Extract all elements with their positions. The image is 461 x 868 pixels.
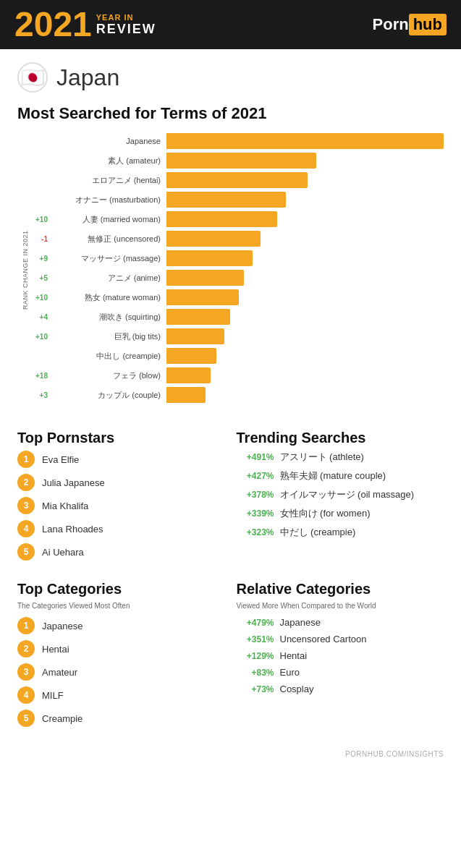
list-item: +479%Japanese bbox=[237, 617, 444, 628]
bar-fill bbox=[166, 367, 211, 383]
list-item: 5Ai Uehara bbox=[17, 543, 225, 561]
bar-row: ·中出し (creampie) bbox=[29, 348, 444, 364]
relative-pct: +73% bbox=[237, 684, 274, 694]
rank-badge: 5 bbox=[17, 710, 35, 727]
trend-pct: +323% bbox=[237, 527, 274, 537]
year-in-label: YEAR IN bbox=[96, 13, 156, 22]
list-item: +83%Euro bbox=[237, 667, 444, 678]
rank-change: · bbox=[29, 157, 51, 165]
category-name: Hentai bbox=[42, 644, 69, 655]
header: 2021 YEAR IN REVIEW Porn hub bbox=[0, 0, 461, 49]
top-pornstars-title: Top Pornstars bbox=[17, 430, 225, 446]
list-item: +323%中だし (creampie) bbox=[237, 526, 444, 539]
rank-change: +10 bbox=[29, 216, 51, 224]
bar-track bbox=[166, 270, 444, 286]
bar-label: カップル (couple) bbox=[51, 390, 166, 401]
bar-row: +4潮吹き (squirting) bbox=[29, 309, 444, 325]
pornhub-logo: Porn hub bbox=[373, 14, 447, 35]
list-item: 4Lana Rhoades bbox=[17, 520, 225, 537]
bar-track bbox=[166, 211, 444, 227]
list-item: +129%Hentai bbox=[237, 650, 444, 661]
country-name: Japan bbox=[56, 64, 119, 91]
bar-label: マッサージ (massage) bbox=[51, 253, 166, 264]
country-flag: 🇯🇵 bbox=[17, 62, 48, 93]
review-label: REVIEW bbox=[96, 22, 156, 37]
bar-label: 人妻 (married woman) bbox=[51, 214, 166, 225]
trend-pct: +427% bbox=[237, 471, 274, 481]
bar-row: ·素人 (amateur) bbox=[29, 153, 444, 169]
bar-label: エロアニメ (hentai) bbox=[51, 175, 166, 186]
top-categories-section: Top Categories The Categories Viewed Mos… bbox=[17, 581, 225, 733]
bar-fill bbox=[166, 231, 261, 247]
bar-label: Japanese bbox=[51, 137, 166, 145]
rank-change: +3 bbox=[29, 391, 51, 399]
bar-track bbox=[166, 289, 444, 305]
bar-fill bbox=[166, 289, 239, 305]
list-item: 2Hentai bbox=[17, 640, 225, 658]
rank-change: +5 bbox=[29, 274, 51, 282]
bar-track bbox=[166, 133, 444, 149]
bar-fill bbox=[166, 270, 244, 286]
bar-row: +10人妻 (married woman) bbox=[29, 211, 444, 227]
trend-pct: +378% bbox=[237, 490, 274, 500]
relative-pct: +129% bbox=[237, 651, 274, 661]
bar-fill bbox=[166, 348, 216, 364]
bar-row: ·オナニー (masturbation) bbox=[29, 192, 444, 208]
list-item: 1Japanese bbox=[17, 617, 225, 634]
bar-fill bbox=[166, 387, 206, 403]
rank-change: · bbox=[29, 352, 51, 360]
relative-list: +479%Japanese+351%Uncensored Cartoon+129… bbox=[237, 617, 444, 694]
bar-fill bbox=[166, 153, 316, 169]
list-item: 4MILF bbox=[17, 686, 225, 704]
list-item: +427%熟年夫婦 (mature couple) bbox=[237, 469, 444, 482]
trend-pct: +491% bbox=[237, 452, 274, 462]
bar-fill bbox=[166, 211, 277, 227]
y-axis-label: RANK CHANGE IN 2021 bbox=[17, 133, 29, 407]
trending-searches-title: Trending Searches bbox=[237, 430, 444, 446]
trend-term: 中だし (creampie) bbox=[280, 526, 356, 539]
most-searched-title: Most Searched for Terms of 2021 bbox=[17, 104, 444, 123]
relative-pct: +479% bbox=[237, 618, 274, 628]
list-item: +73%Cosplay bbox=[237, 684, 444, 694]
year-review-logo: 2021 YEAR IN REVIEW bbox=[14, 7, 156, 42]
relative-categories-subtitle: Viewed More When Compared to the World bbox=[237, 602, 444, 610]
rank-badge: 2 bbox=[17, 640, 35, 658]
bar-label: 潮吹き (squirting) bbox=[51, 312, 166, 323]
relative-categories-title: Relative Categories bbox=[237, 581, 444, 597]
rank-badge: 4 bbox=[17, 520, 35, 537]
bar-track bbox=[166, 153, 444, 169]
bar-fill bbox=[166, 309, 230, 325]
relative-term: Uncensored Cartoon bbox=[280, 634, 367, 644]
relative-term: Hentai bbox=[280, 650, 308, 661]
rank-badge: 5 bbox=[17, 543, 35, 561]
top-categories-title: Top Categories bbox=[17, 581, 225, 597]
rank-change: +10 bbox=[29, 333, 51, 341]
bar-fill bbox=[166, 133, 444, 149]
relative-term: Euro bbox=[280, 667, 300, 678]
list-item: +339%女性向け (for women) bbox=[237, 507, 444, 520]
rank-badge: 3 bbox=[17, 663, 35, 681]
bar-label: 中出し (creampie) bbox=[51, 351, 166, 362]
bar-row: +18フェラ (blow) bbox=[29, 367, 444, 383]
list-item: 3Mia Khalifa bbox=[17, 497, 225, 514]
pornstar-name: Lana Rhoades bbox=[42, 524, 103, 535]
list-item: 3Amateur bbox=[17, 663, 225, 681]
logo-hub: hub bbox=[409, 14, 447, 35]
bar-row: ·Japanese bbox=[29, 133, 444, 149]
trending-searches-section: Trending Searches +491%アスリート (athlete)+4… bbox=[237, 430, 444, 566]
bar-label: 巨乳 (big tits) bbox=[51, 331, 166, 342]
list-item: 5Creampie bbox=[17, 710, 225, 727]
rank-badge: 3 bbox=[17, 497, 35, 514]
category-name: MILF bbox=[42, 690, 64, 701]
trending-list: +491%アスリート (athlete)+427%熟年夫婦 (mature co… bbox=[237, 451, 444, 539]
top-pornstars-section: Top Pornstars 1Eva Elfie2Julia Japanese3… bbox=[17, 430, 225, 566]
pornstar-name: Julia Japanese bbox=[42, 477, 105, 488]
rank-change: -1 bbox=[29, 235, 51, 243]
bar-label: アニメ (anime) bbox=[51, 273, 166, 284]
pornstar-list: 1Eva Elfie2Julia Japanese3Mia Khalifa4La… bbox=[17, 451, 225, 561]
rank-change: · bbox=[29, 176, 51, 184]
country-section: 🇯🇵 Japan bbox=[0, 49, 461, 98]
category-name: Creampie bbox=[42, 713, 83, 724]
chart-container: RANK CHANGE IN 2021 ·Japanese·素人 (amateu… bbox=[17, 133, 444, 407]
rank-change: · bbox=[29, 196, 51, 204]
